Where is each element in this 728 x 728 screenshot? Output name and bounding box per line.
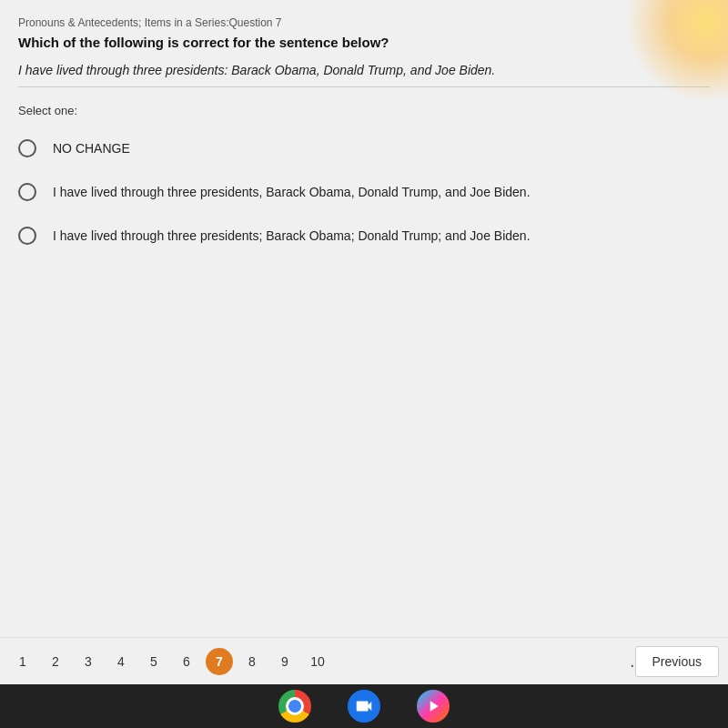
bottom-nav: 12345678910 . Previous: [0, 637, 728, 684]
previous-button[interactable]: Previous: [635, 646, 719, 677]
taskbar: [0, 684, 728, 728]
option-b-text: I have lived through three presidents, B…: [53, 185, 531, 199]
page-num-10[interactable]: 10: [304, 648, 331, 675]
radio-a[interactable]: [18, 139, 36, 157]
option-a-text: NO CHANGE: [53, 141, 130, 156]
option-b[interactable]: I have lived through three presidents, B…: [18, 170, 710, 214]
page-num-7[interactable]: 7: [206, 648, 233, 675]
page-num-9[interactable]: 9: [271, 648, 298, 675]
radio-b[interactable]: [18, 183, 36, 201]
sentence-display: I have lived through three presidents: B…: [18, 63, 710, 87]
page-num-6[interactable]: 6: [173, 648, 200, 675]
option-c-text: I have lived through three presidents; B…: [53, 228, 531, 243]
question-title: Which of the following is correct for th…: [18, 35, 710, 50]
radio-c[interactable]: [18, 227, 36, 245]
option-c[interactable]: I have lived through three presidents; B…: [18, 214, 710, 258]
page-num-1[interactable]: 1: [9, 648, 36, 675]
page-num-5[interactable]: 5: [140, 648, 167, 675]
dot-separator: .: [630, 651, 635, 672]
page-num-8[interactable]: 8: [238, 648, 266, 675]
play-icon[interactable]: [417, 690, 450, 723]
page-numbers: 12345678910: [9, 648, 621, 675]
option-a[interactable]: NO CHANGE: [18, 126, 710, 170]
chrome-icon[interactable]: [278, 690, 311, 723]
page-num-4[interactable]: 4: [107, 648, 135, 675]
options-list: NO CHANGE I have lived through three pre…: [18, 126, 710, 258]
select-label: Select one:: [18, 104, 710, 117]
page-num-3[interactable]: 3: [75, 648, 102, 675]
main-content: Pronouns & Antecedents; Items in a Serie…: [0, 0, 728, 673]
breadcrumb: Pronouns & Antecedents; Items in a Serie…: [18, 16, 710, 29]
page-num-2[interactable]: 2: [42, 648, 69, 675]
meet-icon[interactable]: [348, 690, 380, 723]
